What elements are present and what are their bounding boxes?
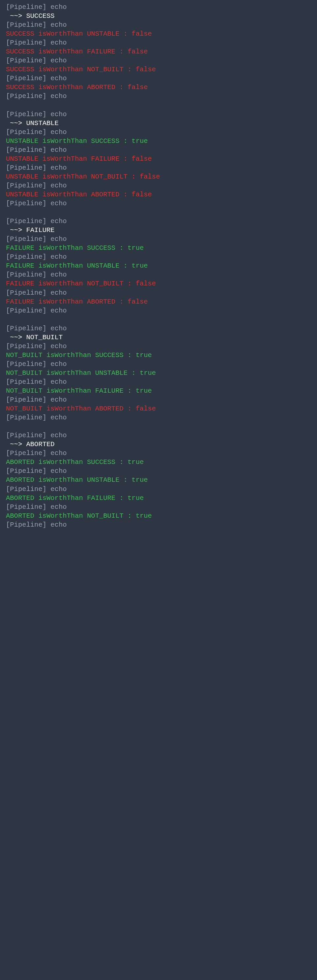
pipeline-echo: [Pipeline] echo: [6, 235, 311, 243]
result-line: ABORTED isWorthThan UNSTABLE : true: [6, 476, 311, 484]
result-line: ABORTED isWorthThan SUCCESS : true: [6, 458, 311, 466]
section-header: ~~> FAILURE: [6, 226, 311, 235]
pipeline-echo: [Pipeline] echo: [6, 485, 311, 494]
pipeline-echo: [Pipeline] echo: [6, 145, 311, 154]
pipeline-echo: [Pipeline] echo: [6, 38, 311, 47]
result-line: NOT_BUILT isWorthThan ABORTED : false: [6, 404, 311, 413]
result-line: UNSTABLE isWorthThan ABORTED : false: [6, 190, 311, 199]
pipeline-echo: [Pipeline] echo: [6, 163, 311, 172]
section-header: ~~> SUCCESS: [6, 11, 311, 21]
blank-line: [6, 315, 311, 324]
pipeline-echo: [Pipeline] echo: [6, 377, 311, 387]
pipeline-echo: [Pipeline] echo: [6, 520, 311, 529]
blank-line: [6, 101, 311, 110]
result-line: SUCCESS isWorthThan NOT_BUILT : false: [6, 65, 311, 74]
result-line: UNSTABLE isWorthThan SUCCESS : true: [6, 137, 311, 145]
result-line: NOT_BUILT isWorthThan SUCCESS : true: [6, 351, 311, 360]
result-line: NOT_BUILT isWorthThan UNSTABLE : true: [6, 369, 311, 377]
pipeline-echo: [Pipeline] echo: [6, 466, 311, 476]
pipeline-echo: [Pipeline] echo: [6, 270, 311, 279]
result-line: UNSTABLE isWorthThan FAILURE : false: [6, 154, 311, 163]
pipeline-echo: [Pipeline] echo: [6, 413, 311, 422]
pipeline-echo: [Pipeline] echo: [6, 324, 311, 333]
section-header: ~~> ABORTED: [6, 440, 311, 449]
console-output: [Pipeline] echo ~~> SUCCESS[Pipeline] ec…: [0, 0, 317, 535]
pipeline-echo: [Pipeline] echo: [6, 217, 311, 226]
pipeline-echo: [Pipeline] echo: [6, 181, 311, 190]
pipeline-echo: [Pipeline] echo: [6, 110, 311, 119]
blank-line: [6, 208, 311, 217]
result-line: SUCCESS isWorthThan UNSTABLE : false: [6, 29, 311, 38]
pipeline-echo: [Pipeline] echo: [6, 288, 311, 297]
pipeline-echo: [Pipeline] echo: [6, 342, 311, 351]
pipeline-echo: [Pipeline] echo: [6, 21, 311, 29]
pipeline-echo: [Pipeline] echo: [6, 92, 311, 101]
pipeline-echo: [Pipeline] echo: [6, 360, 311, 369]
pipeline-echo: [Pipeline] echo: [6, 3, 311, 11]
section-header: ~~> UNSTABLE: [6, 119, 311, 128]
pipeline-echo: [Pipeline] echo: [6, 56, 311, 65]
result-line: FAILURE isWorthThan UNSTABLE : true: [6, 261, 311, 270]
result-line: UNSTABLE isWorthThan NOT_BUILT : false: [6, 172, 311, 181]
result-line: ABORTED isWorthThan FAILURE : true: [6, 494, 311, 503]
section-header: ~~> NOT_BUILT: [6, 333, 311, 342]
result-line: ABORTED isWorthThan NOT_BUILT : true: [6, 511, 311, 520]
pipeline-echo: [Pipeline] echo: [6, 431, 311, 440]
result-line: SUCCESS isWorthThan FAILURE : false: [6, 47, 311, 56]
blank-line: [6, 422, 311, 431]
pipeline-echo: [Pipeline] echo: [6, 395, 311, 404]
pipeline-echo: [Pipeline] echo: [6, 199, 311, 208]
pipeline-echo: [Pipeline] echo: [6, 128, 311, 137]
result-line: SUCCESS isWorthThan ABORTED : false: [6, 83, 311, 92]
pipeline-echo: [Pipeline] echo: [6, 449, 311, 458]
pipeline-echo: [Pipeline] echo: [6, 74, 311, 83]
result-line: FAILURE isWorthThan SUCCESS : true: [6, 243, 311, 253]
pipeline-echo: [Pipeline] echo: [6, 253, 311, 261]
result-line: NOT_BUILT isWorthThan FAILURE : true: [6, 387, 311, 395]
pipeline-echo: [Pipeline] echo: [6, 503, 311, 511]
result-line: FAILURE isWorthThan ABORTED : false: [6, 297, 311, 306]
pipeline-echo: [Pipeline] echo: [6, 306, 311, 315]
result-line: FAILURE isWorthThan NOT_BUILT : false: [6, 279, 311, 288]
